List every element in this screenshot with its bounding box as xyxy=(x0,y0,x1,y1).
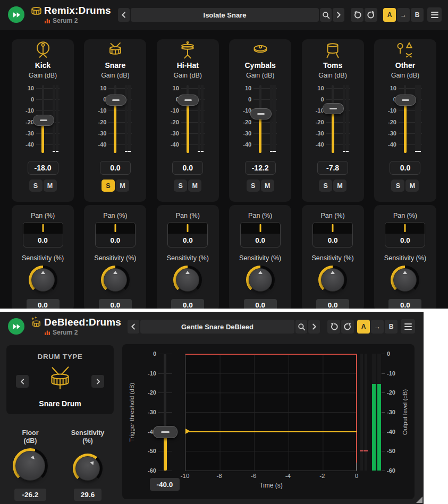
pan-tick xyxy=(259,224,261,232)
sensitivity-value[interactable]: 0.0 xyxy=(27,299,60,309)
gain-card: Other Gain (dB) -40-30-20-10010 0.0 S M xyxy=(374,39,436,202)
gain-value[interactable]: 0.0 xyxy=(390,161,420,175)
mute-button[interactable]: M xyxy=(188,180,201,192)
peak-hold-left xyxy=(360,450,364,451)
gain-value[interactable]: -18.0 xyxy=(28,161,58,175)
mute-button[interactable]: M xyxy=(333,180,346,192)
gain-fader: -40-30-20-10010 xyxy=(229,84,291,155)
redo-button[interactable] xyxy=(341,320,354,334)
pan-slider[interactable] xyxy=(168,223,207,234)
gain-value[interactable]: -7.8 xyxy=(317,161,348,175)
fader-handle[interactable] xyxy=(33,115,54,126)
preset-next-button[interactable] xyxy=(308,320,320,334)
sensitivity-label: Sensitivity(%) xyxy=(64,429,112,445)
pan-value[interactable]: 0.0 xyxy=(241,234,280,247)
ab-a-button[interactable]: A xyxy=(357,320,370,334)
pan-value[interactable]: 0.0 xyxy=(313,234,352,247)
preset-search-button[interactable] xyxy=(320,8,332,22)
fast-forward-button[interactable] xyxy=(8,318,24,335)
redo-button[interactable] xyxy=(365,8,377,22)
sensitivity-value[interactable]: 0.0 xyxy=(316,299,349,309)
menu-button[interactable] xyxy=(427,7,442,22)
ab-copy-button[interactable]: → xyxy=(371,320,384,334)
fader-fill xyxy=(114,99,116,153)
undo-button[interactable] xyxy=(327,320,340,334)
solo-button[interactable]: S xyxy=(247,180,260,192)
ab-b-button[interactable]: B xyxy=(385,320,398,334)
fast-forward-button[interactable] xyxy=(8,6,24,23)
gain-card: Cymbals Gain (dB) -40-30-20-10010 -12.2 … xyxy=(229,39,291,202)
sensitivity-knob[interactable] xyxy=(173,266,202,294)
sensitivity-knob[interactable] xyxy=(29,266,57,294)
preset-name-field[interactable]: Gentle Snare DeBleed xyxy=(140,320,294,334)
floor-knob[interactable] xyxy=(13,448,48,483)
drum-type-panel: DRUM TYPE Snare Drum xyxy=(6,345,114,414)
mute-button[interactable]: M xyxy=(44,180,57,192)
solo-button[interactable]: S xyxy=(29,180,43,192)
solo-button[interactable]: S xyxy=(174,180,187,192)
gain-label: Gain (dB) xyxy=(84,72,146,79)
mute-button[interactable]: M xyxy=(116,180,129,192)
drum-type-value: Snare Drum xyxy=(6,399,114,408)
solo-button[interactable]: S xyxy=(391,180,404,192)
ab-copy-button[interactable]: → xyxy=(397,8,410,22)
mute-button[interactable]: M xyxy=(261,180,274,192)
fader-handle[interactable] xyxy=(250,108,272,119)
preset-name-field[interactable]: Isolate Snare xyxy=(131,8,319,22)
gain-value[interactable]: 0.0 xyxy=(172,161,203,175)
sensitivity-knob[interactable] xyxy=(318,266,347,294)
mute-button[interactable]: M xyxy=(405,180,419,192)
threshold-value[interactable]: -40.0 xyxy=(150,478,180,491)
pan-value[interactable]: 0.0 xyxy=(168,234,207,247)
gain-label: Gain (dB) xyxy=(302,72,364,79)
pan-control: 0.0 xyxy=(240,222,281,247)
fader-handle[interactable] xyxy=(105,95,126,106)
sensitivity-knob[interactable] xyxy=(101,266,130,294)
preset-search-button[interactable] xyxy=(295,320,307,334)
sensitivity-knob[interactable] xyxy=(73,454,103,483)
pan-slider[interactable] xyxy=(385,223,425,234)
channel-name: Cymbals xyxy=(229,61,291,70)
pan-slider[interactable] xyxy=(313,223,352,234)
sensitivity-knob[interactable] xyxy=(391,266,419,294)
gain-value[interactable]: 0.0 xyxy=(100,161,131,175)
ab-b-button[interactable]: B xyxy=(411,8,424,22)
preset-next-button[interactable] xyxy=(333,8,344,22)
preset-prev-button[interactable] xyxy=(128,320,139,334)
solo-mute-row: S M xyxy=(374,180,436,192)
resize-handle[interactable] xyxy=(416,497,422,503)
sensitivity-value[interactable]: 0.0 xyxy=(388,299,421,309)
sensitivity-value[interactable]: 0.0 xyxy=(244,299,277,309)
pan-value[interactable]: 0.0 xyxy=(385,234,425,247)
fader-handle[interactable] xyxy=(395,95,416,106)
ab-a-button[interactable]: A xyxy=(383,8,396,22)
sensitivity-value[interactable]: 29.6 xyxy=(74,489,102,501)
undo-icon xyxy=(329,322,339,331)
level-meter-left xyxy=(415,85,418,153)
level-meter-right xyxy=(201,85,204,153)
floor-value[interactable]: -26.2 xyxy=(14,489,46,501)
threshold-line[interactable] xyxy=(185,431,357,432)
threshold-handle[interactable] xyxy=(153,426,177,438)
menu-button[interactable] xyxy=(401,319,415,334)
preset-prev-button[interactable] xyxy=(118,8,130,22)
fader-handle[interactable] xyxy=(323,103,344,114)
pan-slider[interactable] xyxy=(23,223,63,234)
pan-slider[interactable] xyxy=(96,223,135,234)
undo-redo-group xyxy=(327,320,354,334)
gain-value[interactable]: -12.2 xyxy=(245,161,276,175)
undo-button[interactable] xyxy=(351,8,364,22)
pan-label: Pan (%) xyxy=(229,205,291,219)
fader-handle[interactable] xyxy=(177,95,199,106)
bar-chart-icon xyxy=(44,329,50,336)
pan-value[interactable]: 0.0 xyxy=(96,234,135,247)
envelope-drop-line xyxy=(356,354,357,463)
solo-button[interactable]: S xyxy=(319,180,332,192)
sensitivity-value[interactable]: 0.0 xyxy=(99,299,132,309)
sensitivity-knob[interactable] xyxy=(246,266,275,294)
pan-slider[interactable] xyxy=(241,223,280,234)
pan-value[interactable]: 0.0 xyxy=(23,234,63,247)
solo-mute-row: S M xyxy=(12,180,74,192)
sensitivity-value[interactable]: 0.0 xyxy=(171,299,204,309)
solo-button[interactable]: S xyxy=(102,180,115,192)
